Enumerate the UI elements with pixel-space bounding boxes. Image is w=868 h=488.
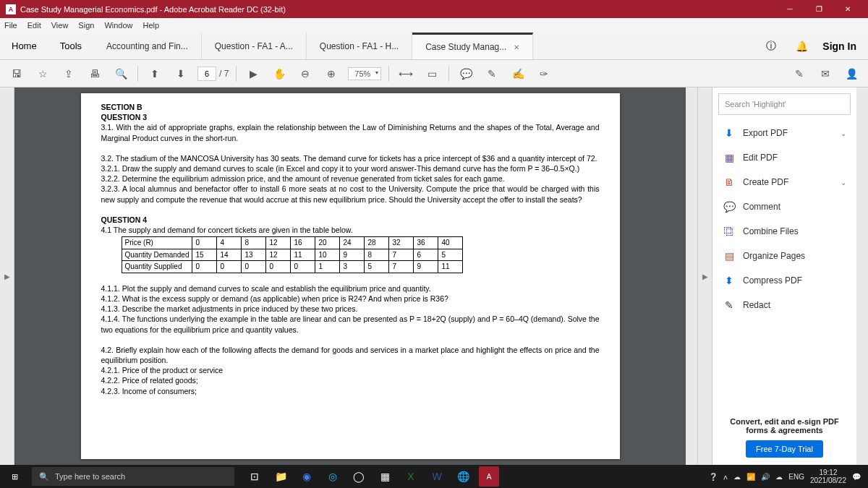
fit-width-icon[interactable]: ⟷ xyxy=(396,64,415,83)
tray-lang[interactable]: ENG xyxy=(788,473,804,481)
erase-icon[interactable]: ✎ xyxy=(790,64,809,83)
q4-2-3-text: 4.2.3. Income of consumers; xyxy=(101,386,600,396)
acrobat-icon[interactable]: A xyxy=(479,466,499,487)
star-icon[interactable]: ☆ xyxy=(33,64,52,83)
tab-close-icon[interactable]: ✕ xyxy=(514,43,519,51)
menu-view[interactable]: View xyxy=(51,21,69,30)
explorer-icon[interactable]: 📁 xyxy=(271,466,291,487)
supply-demand-table: Price (R)0481216202428323640Quantity Dem… xyxy=(122,236,464,273)
chevron-down-icon: ⌄ xyxy=(841,179,846,187)
q3-2-3-text: 3.2.3. A local alumnus and benefactor of… xyxy=(101,184,600,204)
section-heading: SECTION B xyxy=(101,103,142,111)
app-icon-2[interactable]: 🌐 xyxy=(453,466,473,487)
q4-1-3-text: 4.1.3. Describe the market adjustments i… xyxy=(101,304,600,314)
store-icon[interactable]: ▦ xyxy=(375,466,395,487)
tray-chevron-icon[interactable]: ʌ xyxy=(723,473,728,481)
doc-tab-0[interactable]: Accounting and Fin... xyxy=(93,33,202,59)
mail-icon[interactable]: ✉ xyxy=(816,64,835,83)
panel-search-input[interactable]: Search 'Highlight' xyxy=(718,93,851,115)
vertical-scrollbar[interactable] xyxy=(686,87,697,465)
panel-export-pdf[interactable]: ⬇Export PDF⌄ xyxy=(712,121,856,145)
menu-bar: File Edit View Sign Window Help xyxy=(0,18,868,33)
document-tab-row: Home Tools Accounting and Fin... Questio… xyxy=(0,33,868,60)
word-icon[interactable]: W xyxy=(427,466,447,487)
sign-in-button[interactable]: Sign In xyxy=(822,40,856,52)
home-tab[interactable]: Home xyxy=(0,33,48,59)
q3-2-2-text: 3.2.2. Determine the equilibrium admissi… xyxy=(101,174,600,184)
tools-panel: Search 'Highlight' ⬇Export PDF⌄ ▦Edit PD… xyxy=(712,87,856,465)
highlight-icon[interactable]: ✎ xyxy=(482,64,501,83)
export-icon: ⬇ xyxy=(723,127,736,140)
print-icon[interactable]: 🖶 xyxy=(85,64,104,83)
q4-1-text: 4.1 The supply and demand for concert ti… xyxy=(101,225,600,235)
menu-window[interactable]: Window xyxy=(104,21,132,30)
share-icon[interactable]: 👤 xyxy=(842,64,861,83)
compress-icon: ⬍ xyxy=(723,274,736,287)
menu-edit[interactable]: Edit xyxy=(27,21,41,30)
edit-icon: ▦ xyxy=(723,151,736,164)
tray-sound-icon[interactable]: 🔊 xyxy=(761,473,770,481)
doc-tab-3[interactable]: Case Study Manag...✕ xyxy=(412,33,533,59)
search-icon: 🔍 xyxy=(39,472,49,481)
chrome-icon[interactable]: ◯ xyxy=(349,466,369,487)
panel-create-pdf[interactable]: 🗎Create PDF⌄ xyxy=(712,170,856,194)
doc-tab-1[interactable]: Question - FA1 - A... xyxy=(202,33,307,59)
panel-edit-pdf[interactable]: ▦Edit PDF xyxy=(712,145,856,170)
zoom-out-icon[interactable]: ⊖ xyxy=(296,64,315,83)
panel-comment[interactable]: 💬Comment xyxy=(712,194,856,219)
stamp-icon[interactable]: ✑ xyxy=(535,64,553,83)
system-tray: ❔ ʌ ☁ 📶 🔊 ☁ ENG 19:12 2021/08/22 💬 xyxy=(702,468,868,484)
tray-notification-icon[interactable]: 💬 xyxy=(852,473,861,481)
page-down-icon[interactable]: ⬇ xyxy=(171,64,190,83)
panel-organize[interactable]: ▤Organize Pages xyxy=(712,244,856,268)
edge-icon[interactable]: ◎ xyxy=(323,466,343,487)
zoom-select[interactable]: 75% xyxy=(348,67,381,80)
app-icon-1[interactable]: ◉ xyxy=(297,466,317,487)
hand-icon[interactable]: ✋ xyxy=(270,64,289,83)
tray-cloud-icon[interactable]: ☁ xyxy=(733,473,741,481)
tray-clock[interactable]: 19:12 2021/08/22 xyxy=(810,468,846,484)
help-icon[interactable]: ⓘ xyxy=(762,37,780,56)
panel-scrollbar[interactable] xyxy=(856,87,868,465)
page-up-icon[interactable]: ⬆ xyxy=(145,64,164,83)
question-4-heading: QUESTION 4 xyxy=(101,215,148,224)
save-icon[interactable]: 🖫 xyxy=(7,64,26,83)
tray-onedrive-icon[interactable]: ☁ xyxy=(775,473,783,481)
comment-panel-icon: 💬 xyxy=(723,200,736,213)
q3-2-text: 3.2. The stadium of the MANCOSA Universi… xyxy=(101,153,600,163)
q4-1-2-text: 4.1.2. What is the excess supply or dema… xyxy=(101,294,600,304)
tray-wifi-icon[interactable]: 📶 xyxy=(746,473,755,481)
menu-help[interactable]: Help xyxy=(143,21,160,30)
maximize-button[interactable]: ❐ xyxy=(804,0,833,18)
panel-redact[interactable]: ✎Redact xyxy=(712,293,856,317)
zoom-in-icon[interactable]: ⊕ xyxy=(322,64,341,83)
menu-sign[interactable]: Sign xyxy=(78,21,94,30)
close-button[interactable]: ✕ xyxy=(833,0,862,18)
left-sidebar-toggle[interactable]: ▶ xyxy=(0,87,14,465)
free-trial-button[interactable]: Free 7-Day Trial xyxy=(746,440,823,458)
q4-1-1-text: 4.1.1. Plot the supply and demand curves… xyxy=(101,283,600,294)
sign-icon[interactable]: ✍ xyxy=(509,64,527,83)
menu-file[interactable]: File xyxy=(4,21,17,30)
minimize-button[interactable]: ─ xyxy=(775,0,804,18)
document-viewport[interactable]: SECTION B QUESTION 3 3.1. With the aid o… xyxy=(14,87,686,465)
right-sidebar-toggle[interactable]: ▶ xyxy=(697,87,712,465)
doc-tab-2[interactable]: Question - FA1 - H... xyxy=(307,33,412,59)
page-indicator: / 7 xyxy=(197,67,229,81)
panel-compress[interactable]: ⬍Compress PDF xyxy=(712,268,856,293)
taskbar-search[interactable]: 🔍 Type here to search xyxy=(32,467,234,486)
panel-combine[interactable]: ⿻Combine Files xyxy=(712,219,856,244)
task-view-icon[interactable]: ⊡ xyxy=(244,466,265,487)
tools-tab[interactable]: Tools xyxy=(48,33,93,59)
bell-icon[interactable]: 🔔 xyxy=(792,37,811,56)
search-icon[interactable]: 🔍 xyxy=(111,64,130,83)
fit-page-icon[interactable]: ▭ xyxy=(422,64,441,83)
cloud-icon[interactable]: ⇪ xyxy=(59,64,78,83)
tray-help-icon[interactable]: ❔ xyxy=(709,473,718,481)
start-button[interactable]: ⊞ xyxy=(0,472,29,481)
q4-2-text: 4.2. Briefly explain how each of the fol… xyxy=(101,345,600,365)
excel-icon[interactable]: X xyxy=(401,466,421,487)
comment-icon[interactable]: 💬 xyxy=(456,64,475,83)
pointer-icon[interactable]: ▶ xyxy=(244,64,263,83)
page-number-input[interactable] xyxy=(197,67,216,81)
